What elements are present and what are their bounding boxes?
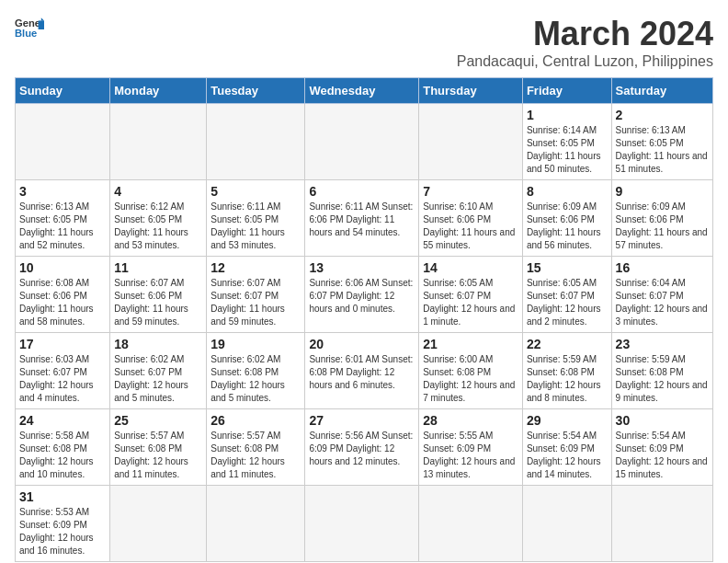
table-row: 19Sunrise: 6:02 AM Sunset: 6:08 PM Dayli…: [207, 333, 305, 409]
day-info: Sunrise: 5:57 AM Sunset: 6:08 PM Dayligh…: [114, 430, 202, 481]
day-number: 10: [19, 260, 106, 275]
table-row: 24Sunrise: 5:58 AM Sunset: 6:08 PM Dayli…: [16, 409, 110, 486]
day-info: Sunrise: 6:12 AM Sunset: 6:05 PM Dayligh…: [114, 201, 202, 252]
table-row: 14Sunrise: 6:05 AM Sunset: 6:07 PM Dayli…: [419, 257, 523, 333]
day-number: 9: [616, 184, 709, 199]
header-friday: Friday: [522, 78, 611, 104]
table-row: [522, 486, 611, 562]
day-number: 23: [616, 337, 709, 351]
table-row: [305, 486, 419, 562]
day-info: Sunrise: 6:03 AM Sunset: 6:07 PM Dayligh…: [19, 353, 106, 405]
day-number: 24: [19, 413, 106, 428]
day-info: Sunrise: 6:08 AM Sunset: 6:06 PM Dayligh…: [19, 277, 106, 328]
day-number: 29: [527, 413, 608, 428]
calendar-week-row: 31Sunrise: 5:53 AM Sunset: 6:09 PM Dayli…: [16, 486, 713, 562]
day-info: Sunrise: 6:13 AM Sunset: 6:05 PM Dayligh…: [19, 201, 106, 252]
day-info: Sunrise: 6:05 AM Sunset: 6:07 PM Dayligh…: [527, 277, 608, 328]
table-row: 5Sunrise: 6:11 AM Sunset: 6:05 PM Daylig…: [207, 180, 305, 257]
day-info: Sunrise: 6:10 AM Sunset: 6:06 PM Dayligh…: [423, 201, 518, 252]
table-row: 18Sunrise: 6:02 AM Sunset: 6:07 PM Dayli…: [110, 333, 207, 409]
calendar-week-row: 1Sunrise: 6:14 AM Sunset: 6:05 PM Daylig…: [16, 104, 713, 180]
table-row: [110, 486, 207, 562]
day-number: 22: [527, 337, 608, 351]
table-row: 29Sunrise: 5:54 AM Sunset: 6:09 PM Dayli…: [522, 409, 611, 486]
header-sunday: Sunday: [16, 78, 110, 104]
day-number: 5: [210, 184, 301, 199]
table-row: 31Sunrise: 5:53 AM Sunset: 6:09 PM Dayli…: [16, 486, 110, 562]
title-section: March 2024 Pandacaqui, Central Luzon, Ph…: [457, 15, 713, 70]
table-row: 4Sunrise: 6:12 AM Sunset: 6:05 PM Daylig…: [110, 180, 207, 257]
table-row: 11Sunrise: 6:07 AM Sunset: 6:06 PM Dayli…: [110, 257, 207, 333]
day-number: 31: [19, 489, 106, 504]
day-number: 28: [423, 413, 518, 428]
day-info: Sunrise: 5:54 AM Sunset: 6:09 PM Dayligh…: [616, 430, 709, 481]
day-info: Sunrise: 6:06 AM Sunset: 6:07 PM Dayligh…: [309, 277, 415, 316]
day-info: Sunrise: 5:54 AM Sunset: 6:09 PM Dayligh…: [527, 430, 608, 481]
day-info: Sunrise: 6:11 AM Sunset: 6:05 PM Dayligh…: [210, 201, 301, 252]
table-row: 22Sunrise: 5:59 AM Sunset: 6:08 PM Dayli…: [522, 333, 611, 409]
table-row: [305, 104, 419, 180]
day-number: 16: [616, 260, 709, 275]
header-tuesday: Tuesday: [207, 78, 305, 104]
table-row: 8Sunrise: 6:09 AM Sunset: 6:06 PM Daylig…: [522, 180, 611, 257]
day-info: Sunrise: 6:02 AM Sunset: 6:08 PM Dayligh…: [210, 353, 301, 405]
table-row: [419, 486, 523, 562]
header-thursday: Thursday: [419, 78, 523, 104]
day-info: Sunrise: 5:53 AM Sunset: 6:09 PM Dayligh…: [19, 506, 106, 557]
day-number: 19: [210, 337, 301, 351]
day-number: 13: [309, 260, 415, 275]
day-number: 17: [19, 337, 106, 351]
day-info: Sunrise: 6:09 AM Sunset: 6:06 PM Dayligh…: [527, 201, 608, 252]
day-number: 2: [616, 108, 709, 122]
logo: General Blue: [15, 15, 44, 40]
day-info: Sunrise: 6:09 AM Sunset: 6:06 PM Dayligh…: [616, 201, 709, 252]
table-row: 13Sunrise: 6:06 AM Sunset: 6:07 PM Dayli…: [305, 257, 419, 333]
day-number: 3: [19, 184, 106, 199]
day-info: Sunrise: 5:59 AM Sunset: 6:08 PM Dayligh…: [616, 353, 709, 405]
day-number: 4: [114, 184, 202, 199]
day-number: 20: [309, 337, 415, 351]
day-number: 6: [309, 184, 415, 199]
calendar-week-row: 24Sunrise: 5:58 AM Sunset: 6:08 PM Dayli…: [16, 409, 713, 486]
day-info: Sunrise: 6:13 AM Sunset: 6:05 PM Dayligh…: [616, 124, 709, 176]
day-number: 14: [423, 260, 518, 275]
table-row: [207, 104, 305, 180]
day-info: Sunrise: 5:57 AM Sunset: 6:08 PM Dayligh…: [210, 430, 301, 481]
logo-icon: General Blue: [15, 15, 44, 40]
day-number: 15: [527, 260, 608, 275]
table-row: 30Sunrise: 5:54 AM Sunset: 6:09 PM Dayli…: [611, 409, 712, 486]
svg-text:Blue: Blue: [15, 28, 37, 39]
days-header-row: Sunday Monday Tuesday Wednesday Thursday…: [16, 78, 713, 104]
table-row: [110, 104, 207, 180]
day-info: Sunrise: 6:02 AM Sunset: 6:07 PM Dayligh…: [114, 353, 202, 405]
table-row: 27Sunrise: 5:56 AM Sunset: 6:09 PM Dayli…: [305, 409, 419, 486]
day-info: Sunrise: 5:58 AM Sunset: 6:08 PM Dayligh…: [19, 430, 106, 481]
day-info: Sunrise: 5:59 AM Sunset: 6:08 PM Dayligh…: [527, 353, 608, 405]
table-row: [207, 486, 305, 562]
day-info: Sunrise: 6:07 AM Sunset: 6:06 PM Dayligh…: [114, 277, 202, 328]
table-row: [16, 104, 110, 180]
day-number: 1: [527, 108, 608, 122]
day-number: 7: [423, 184, 518, 199]
table-row: 15Sunrise: 6:05 AM Sunset: 6:07 PM Dayli…: [522, 257, 611, 333]
day-info: Sunrise: 6:11 AM Sunset: 6:06 PM Dayligh…: [309, 201, 415, 239]
table-row: 1Sunrise: 6:14 AM Sunset: 6:05 PM Daylig…: [522, 104, 611, 180]
table-row: 16Sunrise: 6:04 AM Sunset: 6:07 PM Dayli…: [611, 257, 712, 333]
location-subtitle: Pandacaqui, Central Luzon, Philippines: [457, 53, 713, 70]
day-number: 27: [309, 413, 415, 428]
day-number: 25: [114, 413, 202, 428]
calendar-week-row: 10Sunrise: 6:08 AM Sunset: 6:06 PM Dayli…: [16, 257, 713, 333]
table-row: 12Sunrise: 6:07 AM Sunset: 6:07 PM Dayli…: [207, 257, 305, 333]
day-number: 21: [423, 337, 518, 351]
day-number: 12: [210, 260, 301, 275]
table-row: 2Sunrise: 6:13 AM Sunset: 6:05 PM Daylig…: [611, 104, 712, 180]
table-row: 17Sunrise: 6:03 AM Sunset: 6:07 PM Dayli…: [16, 333, 110, 409]
calendar-week-row: 17Sunrise: 6:03 AM Sunset: 6:07 PM Dayli…: [16, 333, 713, 409]
table-row: 10Sunrise: 6:08 AM Sunset: 6:06 PM Dayli…: [16, 257, 110, 333]
table-row: 28Sunrise: 5:55 AM Sunset: 6:09 PM Dayli…: [419, 409, 523, 486]
table-row: [419, 104, 523, 180]
table-row: 21Sunrise: 6:00 AM Sunset: 6:08 PM Dayli…: [419, 333, 523, 409]
table-row: 3Sunrise: 6:13 AM Sunset: 6:05 PM Daylig…: [16, 180, 110, 257]
day-number: 30: [616, 413, 709, 428]
table-row: 23Sunrise: 5:59 AM Sunset: 6:08 PM Dayli…: [611, 333, 712, 409]
